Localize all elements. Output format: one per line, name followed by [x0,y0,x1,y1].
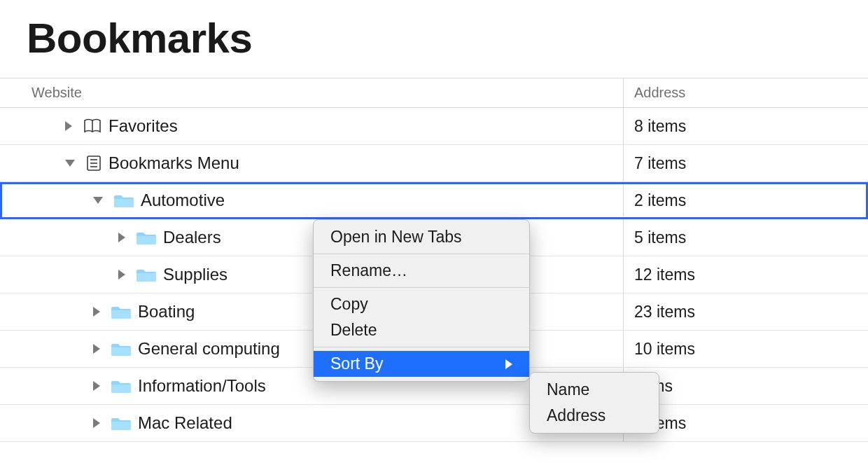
row-label: Automotive [141,191,225,210]
folder-icon [136,267,156,282]
row-count: 7 items [623,145,868,181]
row-count: 12 items [623,256,868,293]
menu-item[interactable]: Address [530,403,659,429]
column-header-website[interactable]: Website [0,78,623,107]
disclosure-triangle-icon[interactable] [65,160,75,167]
disclosure-triangle-icon[interactable] [93,418,100,428]
folder-icon [111,378,131,394]
disclosure-triangle-icon[interactable] [93,307,100,317]
row-count: 2 items [623,182,868,219]
list-icon [86,155,102,172]
page-title: Bookmarks [27,14,868,62]
menu-item-label: Delete [330,321,377,340]
folder-icon [114,193,134,208]
row-label: Supplies [163,265,227,284]
folder-icon [136,230,156,245]
disclosure-triangle-icon[interactable] [118,233,125,242]
book-icon [83,118,102,134]
menu-item[interactable]: Name [530,377,659,403]
row-label: Boating [138,302,195,322]
table-header: Website Address [0,78,868,108]
column-header-address[interactable]: Address [623,78,868,107]
row-count: 8 items [623,108,868,144]
row-count: 5 items [623,219,868,256]
menu-separator [314,347,529,347]
submenu-arrow-icon [505,359,512,369]
menu-separator [314,254,529,254]
menu-item[interactable]: Copy [314,291,529,317]
row-count: 10 items [623,331,868,367]
row-count: items [623,368,868,404]
row-count: 23 items [623,293,868,330]
disclosure-triangle-icon[interactable] [65,121,72,131]
menu-item-label: Copy [330,295,368,314]
menu-item[interactable]: Open in New Tabs [314,224,529,250]
row-label: General computing [138,339,280,359]
table-row[interactable]: Bookmarks Menu7 items [0,145,868,182]
menu-item-label: Sort By [330,354,383,373]
menu-item-label: Rename… [330,261,407,280]
menu-item[interactable]: Rename… [314,258,529,284]
row-count: 6 items [623,405,868,441]
menu-separator [314,287,529,288]
context-menu[interactable]: Open in New TabsRename…CopyDeleteSort By [313,219,530,382]
menu-item-label: Open in New Tabs [330,228,462,247]
row-label: Mac Related [138,413,232,433]
table-row[interactable]: Mac Related6 items [0,405,868,442]
folder-icon [111,415,131,431]
disclosure-triangle-icon[interactable] [93,344,100,354]
table-row[interactable]: Automotive2 items [0,182,868,219]
row-label: Dealers [163,228,221,247]
folder-icon [111,341,131,357]
folder-icon [111,304,131,319]
disclosure-triangle-icon[interactable] [93,381,100,391]
row-label: Information/Tools [138,376,266,396]
table-row[interactable]: Favorites8 items [0,108,868,145]
menu-item[interactable]: Delete [314,317,529,343]
context-submenu-sortby[interactable]: NameAddress [529,372,659,434]
disclosure-triangle-icon[interactable] [93,197,103,204]
row-label: Favorites [108,116,178,136]
row-label: Bookmarks Menu [108,153,239,173]
menu-item-label: Address [547,406,606,425]
disclosure-triangle-icon[interactable] [118,270,125,279]
menu-item[interactable]: Sort By [314,351,529,377]
menu-item-label: Name [547,380,589,399]
